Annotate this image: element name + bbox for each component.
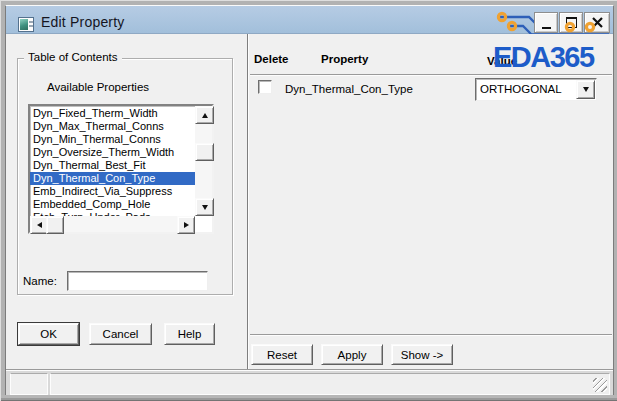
window-title: Edit Property	[41, 14, 125, 30]
titlebar[interactable]: Edit Property	[6, 6, 613, 34]
list-item[interactable]: Dyn_Thermal_Best_Fit	[30, 159, 195, 172]
scroll-up-button[interactable]	[195, 106, 214, 124]
reset-button[interactable]: Reset	[251, 344, 313, 365]
list-item[interactable]: Embedded_Comp_Hole	[30, 198, 195, 211]
right-arrow-icon	[184, 222, 189, 228]
help-button[interactable]: Help	[164, 323, 215, 345]
down-arrow-icon	[583, 87, 589, 92]
statusbar-left-panel	[10, 373, 48, 395]
vertical-scroll-thumb[interactable]	[195, 143, 214, 161]
window-icon-line	[29, 21, 33, 23]
cancel-button[interactable]: Cancel	[89, 323, 152, 345]
resize-grip[interactable]	[593, 378, 607, 392]
name-input[interactable]	[67, 271, 208, 291]
list-item-selected[interactable]: Dyn_Thermal_Con_Type	[30, 172, 195, 185]
scroll-down-button[interactable]	[195, 198, 214, 216]
minimize-button[interactable]	[534, 12, 558, 33]
dialog-bottom-border	[1, 395, 617, 401]
delete-checkbox[interactable]	[258, 80, 272, 94]
maximize-button[interactable]	[559, 12, 583, 33]
name-label: Name:	[23, 275, 57, 287]
show-button[interactable]: Show ->	[391, 344, 453, 365]
window-icon[interactable]	[18, 17, 34, 32]
list-item[interactable]: Dyn_Fixed_Therm_Width	[30, 107, 195, 120]
list-item[interactable]: Dyn_Max_Thermal_Conns	[30, 120, 195, 133]
scroll-right-button[interactable]	[177, 216, 195, 234]
down-arrow-icon	[202, 205, 208, 210]
list-items: Dyn_Fixed_Therm_Width Dyn_Max_Thermal_Co…	[30, 106, 195, 217]
window-icon-line	[29, 25, 33, 27]
vertical-scrollbar[interactable]	[195, 106, 212, 216]
horizontal-scroll-thumb[interactable]	[46, 216, 64, 234]
available-properties-list[interactable]: Dyn_Fixed_Therm_Width Dyn_Max_Thermal_Co…	[28, 104, 214, 234]
maximize-icon	[566, 17, 577, 28]
column-header-delete: Delete	[254, 53, 289, 65]
list-item[interactable]: Dyn_Oversize_Therm_Width	[30, 146, 195, 159]
apply-button[interactable]: Apply	[321, 344, 383, 365]
available-properties-label: Available Properties	[47, 81, 149, 93]
statusbar	[6, 371, 613, 395]
property-name: Dyn_Thermal_Con_Type	[285, 83, 413, 95]
close-icon	[592, 17, 603, 28]
close-button[interactable]	[584, 12, 610, 33]
left-arrow-icon	[37, 222, 42, 228]
column-header-property: Property	[321, 53, 368, 65]
value-dropdown[interactable]: ORTHOGONAL	[475, 78, 597, 101]
dropdown-arrow-button[interactable]	[576, 80, 595, 99]
minimize-icon	[542, 27, 551, 29]
group-title: Table of Contents	[24, 51, 122, 63]
ok-button[interactable]: OK	[18, 323, 79, 345]
list-item[interactable]: Dyn_Min_Thermal_Conns	[30, 133, 195, 146]
edit-property-dialog: Edit Property Table of Contents Availabl…	[0, 0, 617, 401]
up-arrow-icon	[202, 113, 208, 118]
header-separator	[250, 74, 612, 76]
statusbar-main-panel	[50, 373, 610, 395]
eda365-logo: EDA365	[493, 41, 594, 74]
dropdown-value: ORTHOGONAL	[480, 83, 578, 95]
window-icon-picture	[20, 19, 28, 30]
horizontal-scrollbar[interactable]	[30, 216, 195, 232]
panel-divider	[247, 34, 249, 369]
buttons-separator	[250, 334, 612, 336]
list-item[interactable]: Emb_Indirect_Via_Suppress	[30, 185, 195, 198]
